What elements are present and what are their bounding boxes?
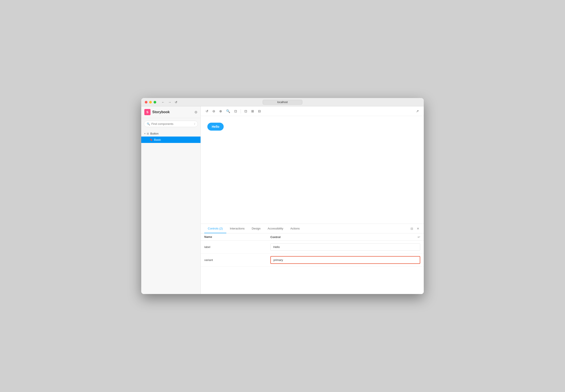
panel-close-button[interactable]: ✕ xyxy=(416,226,420,231)
variant-control-input[interactable] xyxy=(270,256,420,264)
col-control-header: Control xyxy=(270,235,280,239)
search-icon: 🔍 xyxy=(147,123,150,126)
nav-group-button[interactable]: ▾ ⊞ Button xyxy=(141,131,201,137)
zoom-out-button[interactable]: ⊖ xyxy=(211,108,217,114)
bottom-panel: Controls (2) Interactions Design Accessi… xyxy=(201,224,424,294)
toolbar-separator xyxy=(241,109,241,113)
sidebar-header: S Storybook ⚙ xyxy=(141,106,201,118)
external-link-button[interactable]: ↗ xyxy=(414,108,421,114)
app-window: ← → ↺ localhost S Storybook ⚙ 🔍 / xyxy=(141,98,424,294)
sidebar: S Storybook ⚙ 🔍 / ▾ ⊞ Button 🔖 Basic xyxy=(141,106,201,294)
maximize-button[interactable] xyxy=(154,101,156,103)
chevron-down-icon: ▾ xyxy=(144,132,145,135)
logo-area: S Storybook xyxy=(144,109,170,115)
fit-button[interactable]: ⊡ xyxy=(232,108,239,114)
tab-interactions[interactable]: Interactions xyxy=(226,224,248,233)
viewport-button[interactable]: ⊡ xyxy=(243,108,249,114)
traffic-lights xyxy=(145,101,156,103)
toolbar-right: ↗ xyxy=(414,108,421,114)
app-name: Storybook xyxy=(152,110,170,114)
col-name-header: Name xyxy=(204,235,270,239)
item-label: Basic xyxy=(154,138,161,141)
toolbar: ↺ ⊖ ⊕ 🔍 ⊡ ⊡ ⊞ ⊟ ↗ xyxy=(201,106,424,116)
row-label-name: label xyxy=(204,245,270,249)
table-header: Name Control ↩ xyxy=(201,233,424,241)
nav-buttons: ← → ↺ xyxy=(161,100,178,104)
story-icon: 🔖 xyxy=(150,138,153,141)
reload-toolbar-button[interactable]: ↺ xyxy=(204,108,210,114)
search-input[interactable] xyxy=(151,122,193,126)
settings-icon[interactable]: ⚙ xyxy=(194,110,197,114)
tab-controls[interactable]: Controls (2) xyxy=(204,224,226,233)
label-control-input[interactable] xyxy=(270,243,420,251)
grid-button[interactable]: ⊞ xyxy=(249,108,256,114)
back-button[interactable]: ← xyxy=(161,100,165,104)
zoom-reset-button[interactable]: ⊕ xyxy=(217,108,224,114)
table-row: label xyxy=(201,241,424,253)
tab-accessibility[interactable]: Accessibility xyxy=(264,224,287,233)
app-body: S Storybook ⚙ 🔍 / ▾ ⊞ Button 🔖 Basic xyxy=(141,106,424,294)
sidebar-nav: ▾ ⊞ Button 🔖 Basic xyxy=(141,130,201,294)
component-icon: ⊞ xyxy=(147,132,149,135)
close-button[interactable] xyxy=(145,101,147,103)
table-row: variant xyxy=(201,253,424,267)
minimize-button[interactable] xyxy=(149,101,152,103)
group-label: Button xyxy=(150,132,159,135)
tab-design[interactable]: Design xyxy=(248,224,264,233)
preview-area: Hello xyxy=(201,116,424,224)
storybook-logo: S xyxy=(144,109,150,115)
reset-controls-button[interactable]: ↩ xyxy=(418,235,420,239)
reload-button[interactable]: ↺ xyxy=(174,100,178,104)
main-panel: ↺ ⊖ ⊕ 🔍 ⊡ ⊡ ⊞ ⊟ ↗ Hello Controls (2 xyxy=(201,106,424,294)
search-box[interactable]: 🔍 / xyxy=(144,121,198,127)
search-shortcut: / xyxy=(194,123,195,126)
zoom-in-button[interactable]: 🔍 xyxy=(224,108,232,114)
controls-table: Name Control ↩ label variant xyxy=(201,233,424,294)
tabs-actions: ⊟ ✕ xyxy=(410,226,420,231)
titlebar: ← → ↺ localhost xyxy=(141,98,424,106)
tab-actions[interactable]: Actions xyxy=(287,224,303,233)
row-variant-name: variant xyxy=(204,258,270,262)
tabs-bar: Controls (2) Interactions Design Accessi… xyxy=(201,224,424,233)
forward-button[interactable]: → xyxy=(167,100,172,104)
panel-split-button[interactable]: ⊟ xyxy=(410,226,414,231)
url-bar: localhost xyxy=(263,100,302,105)
sidebar-item-basic[interactable]: 🔖 Basic xyxy=(141,137,201,143)
outline-button[interactable]: ⊟ xyxy=(256,108,263,114)
preview-button[interactable]: Hello xyxy=(207,123,224,131)
